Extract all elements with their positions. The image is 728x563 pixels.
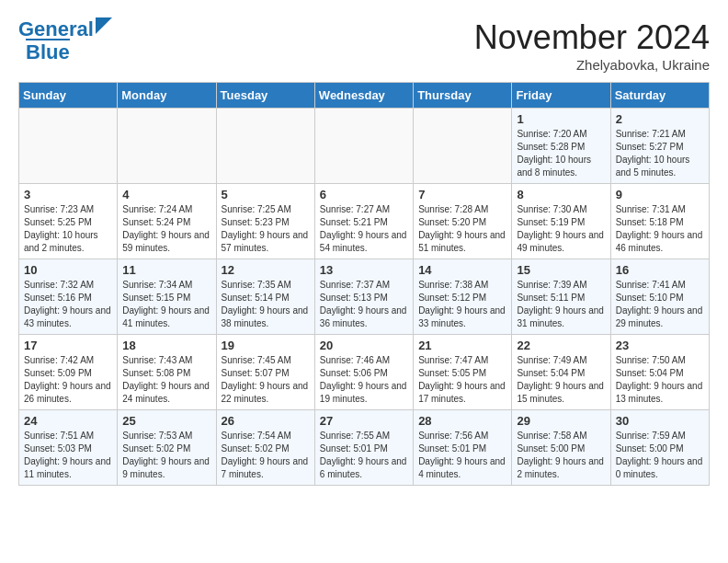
- calendar-cell: 11Sunrise: 7:34 AM Sunset: 5:15 PM Dayli…: [118, 259, 216, 335]
- day-info: Sunrise: 7:42 AM Sunset: 5:09 PM Dayligh…: [24, 354, 112, 406]
- day-info: Sunrise: 7:56 AM Sunset: 5:01 PM Dayligh…: [418, 430, 506, 481]
- day-info: Sunrise: 7:37 AM Sunset: 5:13 PM Dayligh…: [320, 279, 408, 330]
- calendar-cell: 14Sunrise: 7:38 AM Sunset: 5:12 PM Dayli…: [414, 259, 512, 335]
- calendar-cell: 9Sunrise: 7:31 AM Sunset: 5:18 PM Daylig…: [610, 184, 709, 259]
- calendar-cell: 3Sunrise: 7:23 AM Sunset: 5:25 PM Daylig…: [19, 184, 118, 259]
- day-number: 28: [418, 414, 506, 428]
- logo: General Blue: [18, 18, 112, 63]
- day-info: Sunrise: 7:46 AM Sunset: 5:06 PM Dayligh…: [320, 354, 408, 406]
- weekday-header-wednesday: Wednesday: [314, 83, 413, 109]
- calendar-cell: 17Sunrise: 7:42 AM Sunset: 5:09 PM Dayli…: [19, 335, 118, 410]
- day-number: 13: [320, 263, 408, 277]
- calendar-cell: 23Sunrise: 7:50 AM Sunset: 5:04 PM Dayli…: [610, 335, 709, 410]
- calendar-cell: 19Sunrise: 7:45 AM Sunset: 5:07 PM Dayli…: [216, 335, 314, 410]
- day-info: Sunrise: 7:28 AM Sunset: 5:20 PM Dayligh…: [418, 203, 506, 255]
- calendar-cell: 28Sunrise: 7:56 AM Sunset: 5:01 PM Dayli…: [414, 410, 512, 486]
- day-number: 11: [122, 263, 210, 277]
- day-info: Sunrise: 7:49 AM Sunset: 5:04 PM Dayligh…: [517, 354, 605, 406]
- day-number: 25: [122, 414, 210, 428]
- svg-marker-0: [96, 17, 112, 34]
- day-number: 27: [320, 414, 408, 428]
- calendar-cell: 7Sunrise: 7:28 AM Sunset: 5:20 PM Daylig…: [414, 184, 512, 259]
- calendar-cell: [19, 109, 118, 184]
- day-info: Sunrise: 7:23 AM Sunset: 5:25 PM Dayligh…: [24, 203, 112, 255]
- month-title: November 2024: [474, 18, 710, 57]
- day-number: 2: [616, 112, 704, 126]
- day-info: Sunrise: 7:25 AM Sunset: 5:23 PM Dayligh…: [222, 203, 310, 255]
- day-info: Sunrise: 7:34 AM Sunset: 5:15 PM Dayligh…: [122, 279, 210, 330]
- day-info: Sunrise: 7:47 AM Sunset: 5:05 PM Dayligh…: [418, 354, 506, 406]
- day-number: 22: [517, 339, 605, 352]
- calendar-cell: 25Sunrise: 7:53 AM Sunset: 5:02 PM Dayli…: [118, 410, 216, 486]
- day-number: 26: [222, 414, 310, 428]
- day-info: Sunrise: 7:30 AM Sunset: 5:19 PM Dayligh…: [517, 203, 605, 255]
- day-info: Sunrise: 7:58 AM Sunset: 5:00 PM Dayligh…: [517, 430, 605, 481]
- day-number: 17: [24, 339, 112, 352]
- day-info: Sunrise: 7:53 AM Sunset: 5:02 PM Dayligh…: [122, 430, 210, 481]
- weekday-header-sunday: Sunday: [19, 83, 118, 109]
- day-number: 5: [222, 188, 310, 201]
- calendar-cell: 10Sunrise: 7:32 AM Sunset: 5:16 PM Dayli…: [19, 259, 118, 335]
- calendar-cell: 13Sunrise: 7:37 AM Sunset: 5:13 PM Dayli…: [314, 259, 413, 335]
- calendar-cell: 16Sunrise: 7:41 AM Sunset: 5:10 PM Dayli…: [610, 259, 709, 335]
- logo-text: General: [18, 18, 94, 40]
- calendar-cell: 12Sunrise: 7:35 AM Sunset: 5:14 PM Dayli…: [216, 259, 314, 335]
- day-number: 15: [517, 263, 605, 277]
- day-info: Sunrise: 7:31 AM Sunset: 5:18 PM Dayligh…: [616, 203, 704, 255]
- day-info: Sunrise: 7:43 AM Sunset: 5:08 PM Dayligh…: [122, 354, 210, 406]
- day-number: 24: [24, 414, 112, 428]
- day-number: 30: [616, 414, 704, 428]
- day-info: Sunrise: 7:50 AM Sunset: 5:04 PM Dayligh…: [616, 354, 704, 406]
- day-info: Sunrise: 7:24 AM Sunset: 5:24 PM Dayligh…: [122, 203, 210, 255]
- day-number: 21: [418, 339, 506, 352]
- weekday-header-row: SundayMondayTuesdayWednesdayThursdayFrid…: [19, 83, 710, 109]
- day-info: Sunrise: 7:55 AM Sunset: 5:01 PM Dayligh…: [320, 430, 408, 481]
- day-info: Sunrise: 7:45 AM Sunset: 5:07 PM Dayligh…: [222, 354, 310, 406]
- calendar-cell: 8Sunrise: 7:30 AM Sunset: 5:19 PM Daylig…: [512, 184, 610, 259]
- calendar-cell: 4Sunrise: 7:24 AM Sunset: 5:24 PM Daylig…: [118, 184, 216, 259]
- week-row-5: 24Sunrise: 7:51 AM Sunset: 5:03 PM Dayli…: [19, 410, 710, 486]
- day-number: 3: [24, 188, 112, 201]
- day-number: 9: [616, 188, 704, 201]
- day-info: Sunrise: 7:21 AM Sunset: 5:27 PM Dayligh…: [616, 128, 704, 179]
- calendar-cell: 20Sunrise: 7:46 AM Sunset: 5:06 PM Dayli…: [314, 335, 413, 410]
- page-header: General Blue November 2024 Zhelyabovka, …: [18, 18, 710, 73]
- day-info: Sunrise: 7:27 AM Sunset: 5:21 PM Dayligh…: [320, 203, 408, 255]
- day-number: 4: [122, 188, 210, 201]
- calendar-cell: 29Sunrise: 7:58 AM Sunset: 5:00 PM Dayli…: [512, 410, 610, 486]
- location: Zhelyabovka, Ukraine: [474, 57, 710, 73]
- weekday-header-thursday: Thursday: [414, 83, 512, 109]
- day-number: 6: [320, 188, 408, 201]
- weekday-header-friday: Friday: [512, 83, 610, 109]
- calendar-cell: [118, 109, 216, 184]
- calendar-cell: 21Sunrise: 7:47 AM Sunset: 5:05 PM Dayli…: [414, 335, 512, 410]
- calendar-cell: 15Sunrise: 7:39 AM Sunset: 5:11 PM Dayli…: [512, 259, 610, 335]
- day-number: 10: [24, 263, 112, 277]
- logo-blue-text: Blue: [26, 39, 70, 63]
- day-number: 29: [517, 414, 605, 428]
- calendar-cell: 2Sunrise: 7:21 AM Sunset: 5:27 PM Daylig…: [610, 109, 709, 184]
- day-info: Sunrise: 7:38 AM Sunset: 5:12 PM Dayligh…: [418, 279, 506, 330]
- weekday-header-tuesday: Tuesday: [216, 83, 314, 109]
- week-row-1: 1Sunrise: 7:20 AM Sunset: 5:28 PM Daylig…: [19, 109, 710, 184]
- day-number: 8: [517, 188, 605, 201]
- calendar-cell: [216, 109, 314, 184]
- calendar-cell: 1Sunrise: 7:20 AM Sunset: 5:28 PM Daylig…: [512, 109, 610, 184]
- calendar-cell: [414, 109, 512, 184]
- title-block: November 2024 Zhelyabovka, Ukraine: [474, 18, 710, 73]
- calendar-cell: 24Sunrise: 7:51 AM Sunset: 5:03 PM Dayli…: [19, 410, 118, 486]
- day-number: 14: [418, 263, 506, 277]
- day-info: Sunrise: 7:35 AM Sunset: 5:14 PM Dayligh…: [222, 279, 310, 330]
- calendar-cell: 5Sunrise: 7:25 AM Sunset: 5:23 PM Daylig…: [216, 184, 314, 259]
- calendar-cell: [314, 109, 413, 184]
- calendar-cell: 18Sunrise: 7:43 AM Sunset: 5:08 PM Dayli…: [118, 335, 216, 410]
- calendar-cell: 26Sunrise: 7:54 AM Sunset: 5:02 PM Dayli…: [216, 410, 314, 486]
- weekday-header-monday: Monday: [118, 83, 216, 109]
- day-number: 20: [320, 339, 408, 352]
- day-number: 16: [616, 263, 704, 277]
- day-info: Sunrise: 7:54 AM Sunset: 5:02 PM Dayligh…: [222, 430, 310, 481]
- calendar-cell: 30Sunrise: 7:59 AM Sunset: 5:00 PM Dayli…: [610, 410, 709, 486]
- day-info: Sunrise: 7:20 AM Sunset: 5:28 PM Dayligh…: [517, 128, 605, 179]
- calendar-table: SundayMondayTuesdayWednesdayThursdayFrid…: [18, 82, 710, 486]
- logo-arrow-icon: [96, 17, 112, 34]
